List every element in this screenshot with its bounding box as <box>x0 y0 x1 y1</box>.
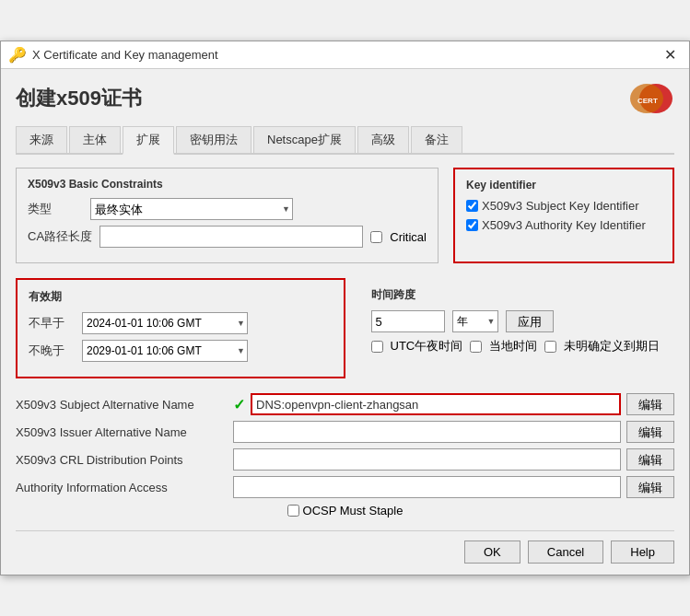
not-before-label: 不早于 <box>29 315 75 331</box>
tab-kuozhan[interactable]: 扩展 <box>123 126 174 155</box>
window-body: 创建x509证书 CERT 来源 主体 扩展 密钥用法 Netscape扩展 高… <box>1 69 689 575</box>
ocsp-row: OCSP Must Staple <box>16 504 674 517</box>
san-row: X509v3 Subject Alternative Name ✓ 编辑 <box>16 393 674 415</box>
ian-input[interactable] <box>233 421 621 443</box>
crl-row: X509v3 CRL Distribution Points 编辑 <box>16 448 674 471</box>
time-interval-box: 时间跨度 天 月 年 应用 UTC午夜时间 <box>360 278 675 378</box>
ok-button[interactable]: OK <box>464 540 520 564</box>
san-label: X509v3 Subject Alternative Name <box>16 398 228 412</box>
tab-beizhu[interactable]: 备注 <box>411 126 462 153</box>
window-header: 创建x509证书 CERT <box>16 80 674 117</box>
not-after-select[interactable]: 2029-01-01 10:06 GMT <box>82 340 248 362</box>
not-before-select[interactable]: 2024-01-01 10:06 GMT <box>82 312 248 334</box>
validity-row: 有效期 不早于 2024-01-01 10:06 GMT 不晚于 2029-01… <box>16 278 674 378</box>
key-identifier-box: Key identifier X509v3 Subject Key Identi… <box>453 168 674 263</box>
san-edit-button[interactable]: 编辑 <box>626 393 674 415</box>
tab-netscape[interactable]: Netscape扩展 <box>253 126 356 153</box>
utc-checkbox[interactable] <box>371 341 383 353</box>
san-input[interactable] <box>251 393 621 415</box>
validity-box: 有效期 不早于 2024-01-01 10:06 GMT 不晚于 2029-01… <box>16 278 345 378</box>
type-select-wrapper: 最终实体 CA <box>90 198 293 220</box>
type-row: 类型 最终实体 CA <box>28 198 427 220</box>
time-interval-title: 时间跨度 <box>371 287 675 303</box>
time-value-row: 天 月 年 应用 <box>371 310 675 332</box>
title-bar: 🔑 X Certificate and Key management ✕ <box>1 41 689 69</box>
basic-constraints-box: X509v3 Basic Constraints 类型 最终实体 CA CA路径… <box>16 168 439 263</box>
ian-row: X509v3 Issuer Alternative Name 编辑 <box>16 421 674 443</box>
aia-edit-button[interactable]: 编辑 <box>626 476 674 498</box>
ca-path-row: CA路径长度 Critical <box>28 226 427 248</box>
extensions-section: X509v3 Subject Alternative Name ✓ 编辑 X50… <box>16 393 674 517</box>
cert-logo: CERT <box>619 80 674 117</box>
not-after-label: 不晚于 <box>29 343 75 359</box>
app-icon: 🔑 <box>8 46 27 64</box>
utc-label: UTC午夜时间 <box>391 338 463 354</box>
subject-key-checkbox[interactable] <box>466 200 478 212</box>
time-unit-wrapper: 天 月 年 <box>452 310 498 332</box>
authority-key-row: X509v3 Authority Key Identifier <box>466 218 661 232</box>
authority-key-label: X509v3 Authority Key Identifier <box>482 218 646 232</box>
aia-row: Authority Information Access 编辑 <box>16 476 674 498</box>
time-unit-select[interactable]: 天 月 年 <box>452 310 498 332</box>
crl-edit-button[interactable]: 编辑 <box>626 448 674 471</box>
tab-miyao[interactable]: 密钥用法 <box>176 126 251 153</box>
type-label: 类型 <box>28 201 83 217</box>
basic-constraints-title: X509v3 Basic Constraints <box>28 178 427 191</box>
page-title: 创建x509证书 <box>16 85 142 112</box>
tabs-container: 来源 主体 扩展 密钥用法 Netscape扩展 高级 备注 <box>16 126 674 155</box>
window-title: X Certificate and Key management <box>32 48 218 62</box>
cancel-button[interactable]: Cancel <box>528 540 603 564</box>
top-sections: X509v3 Basic Constraints 类型 最终实体 CA CA路径… <box>16 168 674 263</box>
crl-input[interactable] <box>233 448 621 471</box>
help-button[interactable]: Help <box>611 540 674 564</box>
validity-title: 有效期 <box>29 289 333 305</box>
key-identifier-title: Key identifier <box>466 179 661 192</box>
local-checkbox[interactable] <box>470 341 482 353</box>
undefined-label: 未明确定义到期日 <box>564 338 660 354</box>
san-check-icon: ✓ <box>233 396 245 413</box>
title-bar-left: 🔑 X Certificate and Key management <box>8 46 218 64</box>
authority-key-checkbox[interactable] <box>466 219 478 231</box>
tab-gaoji[interactable]: 高级 <box>357 126 409 153</box>
time-value-input[interactable] <box>371 310 445 332</box>
ca-path-input[interactable] <box>99 226 363 248</box>
aia-input[interactable] <box>233 476 621 498</box>
ian-edit-button[interactable]: 编辑 <box>626 421 674 443</box>
aia-label: Authority Information Access <box>16 481 228 494</box>
ian-label: X509v3 Issuer Alternative Name <box>16 425 228 439</box>
bottom-buttons: OK Cancel Help <box>16 530 674 564</box>
not-after-row: 不晚于 2029-01-01 10:06 GMT <box>29 340 333 362</box>
critical-label: Critical <box>390 230 427 244</box>
type-select[interactable]: 最终实体 CA <box>90 198 293 220</box>
not-before-row: 不早于 2024-01-01 10:06 GMT <box>29 312 333 334</box>
ocsp-checkbox[interactable] <box>287 505 299 517</box>
critical-checkbox[interactable] <box>370 231 382 243</box>
not-before-wrapper: 2024-01-01 10:06 GMT <box>82 312 248 334</box>
main-window: 🔑 X Certificate and Key management ✕ 创建x… <box>0 41 690 575</box>
apply-button[interactable]: 应用 <box>506 310 554 332</box>
title-bar-right: ✕ <box>659 44 682 65</box>
undefined-checkbox[interactable] <box>544 341 556 353</box>
crl-label: X509v3 CRL Distribution Points <box>16 453 228 467</box>
tab-zhuti[interactable]: 主体 <box>69 126 121 153</box>
svg-text:CERT: CERT <box>637 97 658 105</box>
local-label: 当地时间 <box>489 338 537 354</box>
ocsp-label: OCSP Must Staple <box>303 504 403 517</box>
subject-key-label: X509v3 Subject Key Identifier <box>482 199 639 213</box>
ca-path-label: CA路径长度 <box>28 228 92 245</box>
time-options-row: UTC午夜时间 当地时间 未明确定义到期日 <box>371 338 675 354</box>
not-after-wrapper: 2029-01-01 10:06 GMT <box>82 340 248 362</box>
tab-laiyuan[interactable]: 来源 <box>16 126 67 153</box>
close-button[interactable]: ✕ <box>659 44 682 65</box>
subject-key-row: X509v3 Subject Key Identifier <box>466 199 661 213</box>
